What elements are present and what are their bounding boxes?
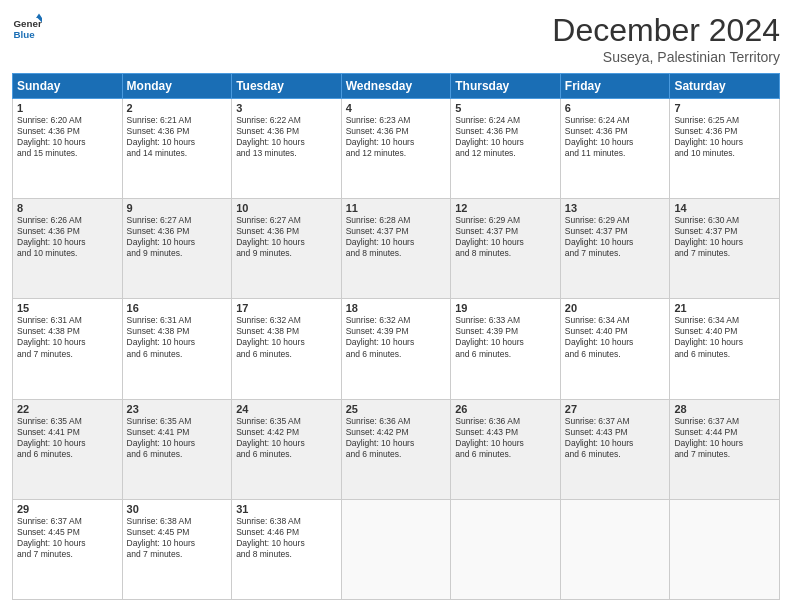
calendar-cell: 16Sunrise: 6:31 AMSunset: 4:38 PMDayligh… — [122, 299, 232, 399]
day-number: 20 — [565, 302, 666, 314]
svg-text:General: General — [14, 18, 43, 29]
day-info: Sunrise: 6:21 AMSunset: 4:36 PMDaylight:… — [127, 115, 228, 159]
day-number: 17 — [236, 302, 337, 314]
calendar-cell — [451, 499, 561, 599]
svg-marker-2 — [36, 14, 42, 19]
calendar-cell: 15Sunrise: 6:31 AMSunset: 4:38 PMDayligh… — [13, 299, 123, 399]
logo: General Blue — [12, 12, 42, 42]
day-info: Sunrise: 6:35 AMSunset: 4:41 PMDaylight:… — [17, 416, 118, 460]
day-number: 10 — [236, 202, 337, 214]
day-number: 15 — [17, 302, 118, 314]
day-number: 16 — [127, 302, 228, 314]
calendar-cell: 22Sunrise: 6:35 AMSunset: 4:41 PMDayligh… — [13, 399, 123, 499]
calendar-cell: 27Sunrise: 6:37 AMSunset: 4:43 PMDayligh… — [560, 399, 670, 499]
day-number: 4 — [346, 102, 447, 114]
calendar-cell — [560, 499, 670, 599]
day-info: Sunrise: 6:25 AMSunset: 4:36 PMDaylight:… — [674, 115, 775, 159]
day-info: Sunrise: 6:37 AMSunset: 4:43 PMDaylight:… — [565, 416, 666, 460]
col-wednesday: Wednesday — [341, 74, 451, 99]
calendar-week-row-4: 22Sunrise: 6:35 AMSunset: 4:41 PMDayligh… — [13, 399, 780, 499]
col-friday: Friday — [560, 74, 670, 99]
day-number: 7 — [674, 102, 775, 114]
calendar-cell: 3Sunrise: 6:22 AMSunset: 4:36 PMDaylight… — [232, 99, 342, 199]
day-number: 30 — [127, 503, 228, 515]
calendar-cell: 28Sunrise: 6:37 AMSunset: 4:44 PMDayligh… — [670, 399, 780, 499]
col-saturday: Saturday — [670, 74, 780, 99]
calendar-cell: 17Sunrise: 6:32 AMSunset: 4:38 PMDayligh… — [232, 299, 342, 399]
calendar-cell: 13Sunrise: 6:29 AMSunset: 4:37 PMDayligh… — [560, 199, 670, 299]
svg-text:Blue: Blue — [14, 29, 36, 40]
calendar-cell: 2Sunrise: 6:21 AMSunset: 4:36 PMDaylight… — [122, 99, 232, 199]
day-number: 24 — [236, 403, 337, 415]
day-info: Sunrise: 6:23 AMSunset: 4:36 PMDaylight:… — [346, 115, 447, 159]
day-number: 28 — [674, 403, 775, 415]
calendar-cell: 25Sunrise: 6:36 AMSunset: 4:42 PMDayligh… — [341, 399, 451, 499]
col-tuesday: Tuesday — [232, 74, 342, 99]
day-number: 21 — [674, 302, 775, 314]
day-info: Sunrise: 6:38 AMSunset: 4:46 PMDaylight:… — [236, 516, 337, 560]
day-number: 5 — [455, 102, 556, 114]
calendar-cell: 10Sunrise: 6:27 AMSunset: 4:36 PMDayligh… — [232, 199, 342, 299]
day-number: 1 — [17, 102, 118, 114]
day-info: Sunrise: 6:20 AMSunset: 4:36 PMDaylight:… — [17, 115, 118, 159]
calendar-cell — [670, 499, 780, 599]
calendar-cell — [341, 499, 451, 599]
day-info: Sunrise: 6:29 AMSunset: 4:37 PMDaylight:… — [455, 215, 556, 259]
day-number: 9 — [127, 202, 228, 214]
day-number: 29 — [17, 503, 118, 515]
header: General Blue December 2024 Suseya, Pales… — [12, 12, 780, 65]
day-info: Sunrise: 6:22 AMSunset: 4:36 PMDaylight:… — [236, 115, 337, 159]
page: General Blue December 2024 Suseya, Pales… — [0, 0, 792, 612]
day-info: Sunrise: 6:27 AMSunset: 4:36 PMDaylight:… — [127, 215, 228, 259]
calendar-cell: 21Sunrise: 6:34 AMSunset: 4:40 PMDayligh… — [670, 299, 780, 399]
day-info: Sunrise: 6:31 AMSunset: 4:38 PMDaylight:… — [17, 315, 118, 359]
calendar-cell: 26Sunrise: 6:36 AMSunset: 4:43 PMDayligh… — [451, 399, 561, 499]
day-number: 31 — [236, 503, 337, 515]
day-info: Sunrise: 6:32 AMSunset: 4:38 PMDaylight:… — [236, 315, 337, 359]
day-number: 27 — [565, 403, 666, 415]
day-number: 13 — [565, 202, 666, 214]
calendar-cell: 30Sunrise: 6:38 AMSunset: 4:45 PMDayligh… — [122, 499, 232, 599]
calendar-cell: 23Sunrise: 6:35 AMSunset: 4:41 PMDayligh… — [122, 399, 232, 499]
day-number: 22 — [17, 403, 118, 415]
day-info: Sunrise: 6:31 AMSunset: 4:38 PMDaylight:… — [127, 315, 228, 359]
day-info: Sunrise: 6:27 AMSunset: 4:36 PMDaylight:… — [236, 215, 337, 259]
calendar-week-row-5: 29Sunrise: 6:37 AMSunset: 4:45 PMDayligh… — [13, 499, 780, 599]
day-number: 18 — [346, 302, 447, 314]
calendar-cell: 31Sunrise: 6:38 AMSunset: 4:46 PMDayligh… — [232, 499, 342, 599]
day-number: 25 — [346, 403, 447, 415]
calendar-cell: 14Sunrise: 6:30 AMSunset: 4:37 PMDayligh… — [670, 199, 780, 299]
day-number: 26 — [455, 403, 556, 415]
day-number: 6 — [565, 102, 666, 114]
day-info: Sunrise: 6:34 AMSunset: 4:40 PMDaylight:… — [565, 315, 666, 359]
subtitle: Suseya, Palestinian Territory — [552, 49, 780, 65]
col-sunday: Sunday — [13, 74, 123, 99]
calendar-cell: 11Sunrise: 6:28 AMSunset: 4:37 PMDayligh… — [341, 199, 451, 299]
day-info: Sunrise: 6:28 AMSunset: 4:37 PMDaylight:… — [346, 215, 447, 259]
day-number: 8 — [17, 202, 118, 214]
calendar-cell: 19Sunrise: 6:33 AMSunset: 4:39 PMDayligh… — [451, 299, 561, 399]
day-number: 2 — [127, 102, 228, 114]
day-number: 23 — [127, 403, 228, 415]
day-number: 12 — [455, 202, 556, 214]
day-number: 14 — [674, 202, 775, 214]
calendar-week-row-3: 15Sunrise: 6:31 AMSunset: 4:38 PMDayligh… — [13, 299, 780, 399]
day-info: Sunrise: 6:24 AMSunset: 4:36 PMDaylight:… — [455, 115, 556, 159]
calendar-cell: 4Sunrise: 6:23 AMSunset: 4:36 PMDaylight… — [341, 99, 451, 199]
calendar-table: Sunday Monday Tuesday Wednesday Thursday… — [12, 73, 780, 600]
day-info: Sunrise: 6:26 AMSunset: 4:36 PMDaylight:… — [17, 215, 118, 259]
calendar-cell: 24Sunrise: 6:35 AMSunset: 4:42 PMDayligh… — [232, 399, 342, 499]
day-info: Sunrise: 6:35 AMSunset: 4:42 PMDaylight:… — [236, 416, 337, 460]
col-monday: Monday — [122, 74, 232, 99]
day-info: Sunrise: 6:29 AMSunset: 4:37 PMDaylight:… — [565, 215, 666, 259]
title-block: December 2024 Suseya, Palestinian Territ… — [552, 12, 780, 65]
day-info: Sunrise: 6:30 AMSunset: 4:37 PMDaylight:… — [674, 215, 775, 259]
calendar-cell: 18Sunrise: 6:32 AMSunset: 4:39 PMDayligh… — [341, 299, 451, 399]
calendar-cell: 8Sunrise: 6:26 AMSunset: 4:36 PMDaylight… — [13, 199, 123, 299]
day-info: Sunrise: 6:36 AMSunset: 4:43 PMDaylight:… — [455, 416, 556, 460]
calendar-week-row-2: 8Sunrise: 6:26 AMSunset: 4:36 PMDaylight… — [13, 199, 780, 299]
calendar-header-row: Sunday Monday Tuesday Wednesday Thursday… — [13, 74, 780, 99]
col-thursday: Thursday — [451, 74, 561, 99]
calendar-cell: 7Sunrise: 6:25 AMSunset: 4:36 PMDaylight… — [670, 99, 780, 199]
day-info: Sunrise: 6:34 AMSunset: 4:40 PMDaylight:… — [674, 315, 775, 359]
